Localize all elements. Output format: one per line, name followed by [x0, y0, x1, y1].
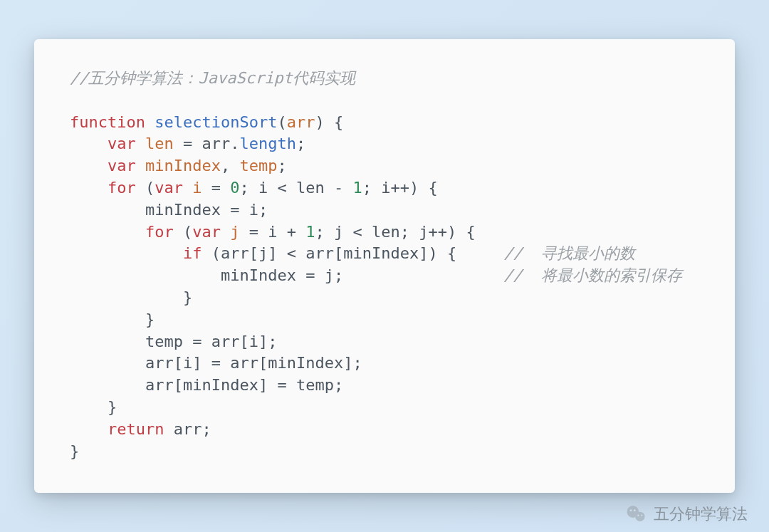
- ident-len: len: [145, 135, 174, 152]
- semicolon: ;: [268, 333, 277, 350]
- svg-point-5: [641, 515, 642, 516]
- ident-temp: temp: [239, 157, 277, 174]
- ident-minIndex: minIndex: [268, 354, 343, 372]
- ident-minIndex: minIndex: [343, 244, 419, 262]
- ident-arr: arr: [145, 354, 174, 372]
- op-inc: ++: [428, 223, 447, 241]
- op-minus: -: [334, 179, 343, 197]
- op-lt: <: [352, 223, 362, 241]
- bracket-open: [: [334, 244, 343, 262]
- op-assign: =: [211, 354, 221, 372]
- keyword-return: return: [108, 420, 164, 438]
- brace-close: }: [183, 288, 192, 306]
- paren-open: (: [211, 244, 221, 262]
- brace-open: {: [447, 244, 456, 262]
- op-inc: ++: [390, 179, 409, 197]
- op-assign: =: [249, 223, 258, 241]
- semicolon: ;: [239, 179, 249, 197]
- wechat-icon: [625, 504, 647, 525]
- keyword-function: function: [70, 113, 145, 131]
- ident-arr: arr: [202, 135, 230, 152]
- ident-temp: temp: [145, 333, 183, 350]
- op-lt: <: [287, 244, 296, 262]
- code-card: //五分钟学算法：JavaScript代码实现 function selecti…: [34, 39, 735, 493]
- ident-arr: arr: [221, 244, 249, 262]
- bracket-close: ]: [268, 244, 277, 262]
- inline-comment-find: // 寻找最小的数: [503, 244, 635, 262]
- paren-open: (: [277, 113, 286, 131]
- dot: .: [230, 135, 239, 152]
- svg-point-2: [630, 509, 632, 511]
- ident-i: i: [268, 223, 277, 241]
- bracket-close: ]: [419, 244, 428, 262]
- ident-len: len: [296, 179, 325, 197]
- paren-close: ): [315, 113, 324, 131]
- ident-i: i: [183, 354, 192, 372]
- inline-comment-save: // 将最小数的索引保存: [503, 266, 682, 284]
- semicolon: ;: [334, 266, 343, 284]
- keyword-var: var: [192, 223, 221, 241]
- paren-close: ): [447, 223, 456, 241]
- title-comment: //五分钟学算法：JavaScript代码实现: [70, 69, 355, 87]
- ident-j: j: [334, 223, 343, 241]
- semicolon: ;: [400, 223, 409, 241]
- bracket-open: [: [174, 354, 183, 372]
- ident-len: len: [372, 223, 400, 241]
- ident-temp: temp: [296, 376, 334, 394]
- brace-open: {: [334, 113, 343, 131]
- brace-open: {: [466, 223, 475, 241]
- prop-length: length: [239, 135, 295, 152]
- svg-point-1: [635, 512, 644, 521]
- semicolon: ;: [352, 354, 362, 372]
- ident-arr: arr: [230, 354, 258, 372]
- op-plus: +: [287, 223, 296, 241]
- function-name: selectionSort: [155, 113, 277, 131]
- watermark-text: 五分钟学算法: [654, 504, 748, 525]
- brace-close: }: [108, 398, 117, 416]
- semicolon: ;: [277, 157, 286, 174]
- bracket-open: [: [249, 244, 258, 262]
- bracket-close: ]: [258, 376, 268, 394]
- bracket-close: ]: [258, 333, 268, 350]
- bracket-close: ]: [192, 354, 202, 372]
- keyword-var: var: [155, 179, 183, 197]
- number-zero: 0: [230, 179, 239, 197]
- number-one: 1: [305, 223, 315, 241]
- watermark: 五分钟学算法: [625, 504, 748, 525]
- keyword-for: for: [145, 223, 174, 241]
- semicolon: ;: [334, 376, 343, 394]
- bracket-open: [: [174, 376, 183, 394]
- ident-i: i: [258, 179, 268, 197]
- svg-point-4: [637, 515, 639, 516]
- keyword-var: var: [108, 135, 136, 152]
- ident-j: j: [419, 223, 428, 241]
- ident-minIndex: minIndex: [183, 376, 258, 394]
- paren-open: (: [145, 179, 155, 197]
- ident-j: j: [325, 266, 334, 284]
- ident-minIndex: minIndex: [145, 157, 221, 174]
- bracket-close: ]: [343, 354, 352, 372]
- op-assign: =: [277, 376, 286, 394]
- bracket-open: [: [258, 354, 268, 372]
- semicolon: ;: [362, 179, 372, 197]
- ident-arr: arr: [145, 376, 174, 394]
- paren-open: (: [183, 223, 192, 241]
- ident-j: j: [230, 223, 239, 241]
- keyword-for: for: [108, 179, 136, 197]
- ident-i: i: [249, 333, 258, 350]
- brace-open: {: [428, 179, 437, 197]
- ident-arr: arr: [305, 244, 334, 262]
- op-assign: =: [230, 201, 239, 219]
- semicolon: ;: [202, 420, 211, 438]
- brace-close: }: [145, 311, 155, 328]
- ident-minIndex: minIndex: [145, 201, 221, 219]
- bracket-open: [: [239, 333, 249, 350]
- param-arr: arr: [287, 113, 315, 131]
- semicolon: ;: [296, 135, 305, 152]
- code-block: //五分钟学算法：JavaScript代码实现 function selecti…: [70, 68, 706, 462]
- op-lt: <: [277, 179, 286, 197]
- brace-close: }: [70, 442, 79, 460]
- ident-minIndex: minIndex: [221, 266, 296, 284]
- paren-close: ): [428, 244, 437, 262]
- comma: ,: [221, 157, 230, 174]
